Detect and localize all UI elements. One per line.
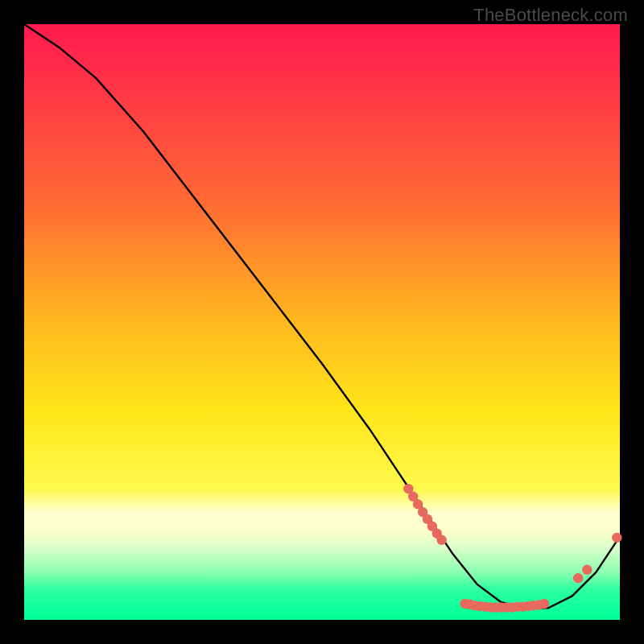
chart-frame: TheBottleneck.com — [0, 0, 644, 644]
data-marker — [539, 599, 549, 609]
chart-svg — [24, 24, 620, 620]
data-marker — [437, 535, 447, 545]
data-marker — [573, 573, 583, 583]
markers-group — [403, 484, 621, 613]
data-marker — [582, 565, 592, 575]
data-marker — [612, 533, 621, 543]
bottleneck-curve — [24, 24, 620, 608]
watermark-text: TheBottleneck.com — [473, 5, 628, 26]
